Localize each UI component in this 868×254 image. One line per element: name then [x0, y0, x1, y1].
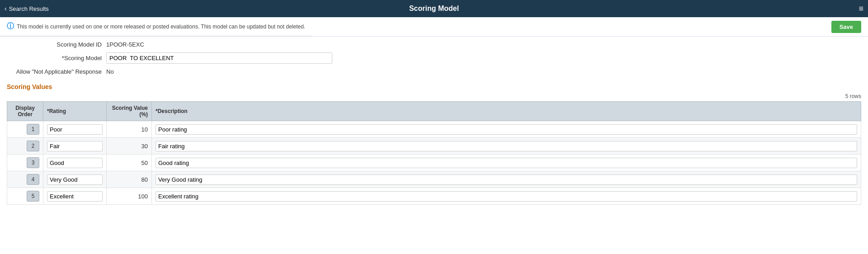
table-row: 1 10	[7, 121, 861, 138]
description-cell	[152, 171, 861, 188]
table-row: 3 50	[7, 155, 861, 171]
col-rating: *Rating	[43, 102, 107, 121]
order-button[interactable]: 5	[27, 191, 39, 202]
rating-input[interactable]	[47, 191, 103, 202]
score-cell: 50	[107, 155, 152, 171]
order-cell: 5	[7, 188, 43, 205]
description-cell	[152, 121, 861, 138]
description-input[interactable]	[156, 124, 857, 135]
score-cell: 80	[107, 171, 152, 188]
back-label: Search Results	[9, 5, 49, 12]
rating-cell	[43, 121, 107, 138]
menu-icon[interactable]: ≡	[859, 4, 863, 14]
save-button[interactable]: Save	[831, 21, 861, 33]
not-applicable-value: No	[106, 68, 114, 75]
rating-input[interactable]	[47, 174, 103, 185]
scoring-model-id-value: 1POOR-5EXC	[106, 41, 144, 48]
chevron-left-icon: ‹	[5, 5, 7, 12]
order-button[interactable]: 4	[27, 174, 39, 185]
col-display-order: Display Order	[7, 102, 43, 121]
order-button[interactable]: 3	[27, 157, 39, 168]
order-cell: 3	[7, 155, 43, 171]
info-icon: ⓘ	[7, 22, 14, 31]
info-banner: ⓘ This model is currently used on one or…	[0, 17, 312, 36]
info-text: This model is currently used on one or m…	[17, 24, 305, 30]
description-input[interactable]	[156, 158, 857, 168]
rating-input[interactable]	[47, 124, 103, 135]
description-cell	[152, 188, 861, 205]
order-button[interactable]: 2	[27, 141, 39, 151]
order-cell: 1	[7, 121, 43, 138]
app-header: ‹ Search Results Scoring Model ≡	[0, 0, 868, 17]
scoring-model-label: *Scoring Model	[7, 55, 106, 61]
score-cell: 10	[107, 121, 152, 138]
scoring-model-id-label: Scoring Model ID	[7, 41, 106, 48]
description-input[interactable]	[156, 174, 857, 185]
scoring-values-table: Display Order *Rating Scoring Value (%) …	[7, 101, 861, 205]
order-cell: 4	[7, 171, 43, 188]
not-applicable-label: Allow "Not Applicable" Response	[7, 68, 106, 75]
score-cell: 100	[107, 188, 152, 205]
scoring-values-title: Scoring Values	[0, 80, 868, 92]
not-applicable-row: Allow "Not Applicable" Response No	[7, 68, 861, 75]
rating-cell	[43, 188, 107, 205]
description-input[interactable]	[156, 191, 857, 202]
rows-count: 5 rows	[7, 92, 861, 101]
table-row: 2 30	[7, 138, 861, 155]
scoring-model-row: *Scoring Model	[7, 52, 861, 64]
back-button[interactable]: ‹ Search Results	[5, 5, 49, 12]
rating-input[interactable]	[47, 141, 103, 151]
rating-cell	[43, 171, 107, 188]
col-scoring-value: Scoring Value (%)	[107, 102, 152, 121]
order-button[interactable]: 1	[27, 124, 39, 135]
form-area: Scoring Model ID 1POOR-5EXC *Scoring Mod…	[0, 37, 868, 75]
rating-cell	[43, 155, 107, 171]
description-input[interactable]	[156, 141, 857, 151]
description-cell	[152, 155, 861, 171]
order-cell: 2	[7, 138, 43, 155]
description-cell	[152, 138, 861, 155]
scoring-model-input[interactable]	[106, 52, 332, 64]
page-title: Scoring Model	[409, 5, 459, 13]
score-cell: 30	[107, 138, 152, 155]
table-row: 4 80	[7, 171, 861, 188]
rating-input[interactable]	[47, 158, 103, 168]
scoring-values-table-wrapper: 5 rows Display Order *Rating Scoring Val…	[0, 92, 868, 205]
scoring-model-id-row: Scoring Model ID 1POOR-5EXC	[7, 41, 861, 48]
col-description: *Description	[152, 102, 861, 121]
rating-cell	[43, 138, 107, 155]
table-row: 5 100	[7, 188, 861, 205]
